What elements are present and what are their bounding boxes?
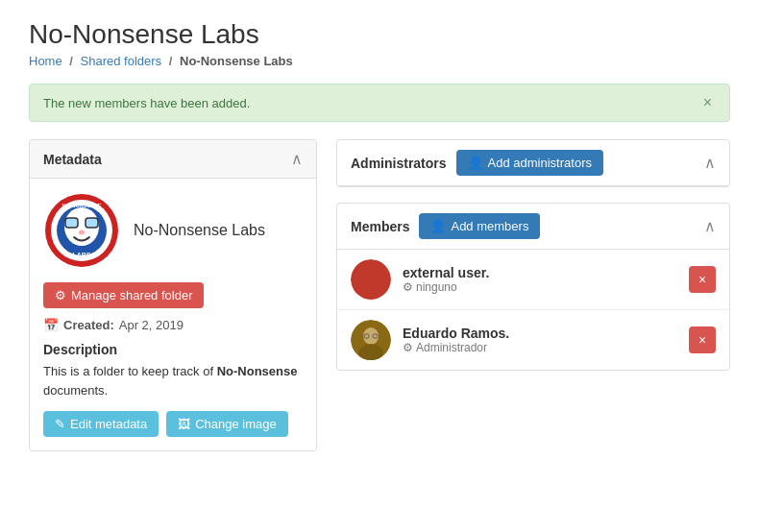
administrators-chevron-icon: ∧ — [704, 154, 716, 172]
manage-shared-folder-button[interactable]: ⚙ Manage shared folder — [43, 282, 204, 308]
edit-metadata-button[interactable]: ✎ Edit metadata — [43, 411, 159, 437]
svg-point-11 — [363, 327, 379, 345]
add-members-label: Add members — [451, 219, 528, 233]
description-text: This is a folder to keep track of No-Non… — [43, 362, 303, 399]
administrators-title: Administrators — [351, 156, 447, 171]
svg-text:LABS: LABS — [72, 252, 90, 258]
administrators-header-left: Administrators 👤 Add administrators — [351, 150, 603, 176]
member-name: external user. — [403, 265, 677, 280]
description-bold: No-Nonsense — [217, 364, 298, 378]
edit-icon: ✎ — [55, 417, 65, 431]
description-before: This is a folder to keep track of — [43, 364, 217, 378]
image-icon: 🖼 — [178, 417, 190, 431]
manage-btn-wrapper: ⚙ Manage shared folder — [43, 282, 303, 308]
add-members-button[interactable]: 👤 Add members — [419, 213, 540, 239]
members-header-left: Members 👤 Add members — [351, 213, 540, 239]
alert-message: The new members have been added. — [43, 96, 250, 110]
avatar — [351, 320, 391, 360]
remove-member-button[interactable]: × — [689, 326, 716, 353]
members-panel: Members 👤 Add members ∧ external user. ⚙ — [336, 203, 730, 371]
folder-logo-area: LABS NO-NONSENSE No-Nonsense Labs — [43, 192, 303, 269]
cog-icon: ⚙ — [403, 341, 413, 354]
remove-member-button[interactable]: × — [689, 266, 716, 293]
folder-logo-image: LABS NO-NONSENSE — [43, 192, 120, 269]
user-plus-icon-members: 👤 — [430, 219, 446, 233]
avatar-solid — [351, 259, 391, 300]
metadata-title: Metadata — [43, 152, 102, 167]
main-layout: Metadata ∧ — [29, 139, 730, 467]
administrators-header: Administrators 👤 Add administrators ∧ — [337, 140, 729, 186]
description-after: documents. — [43, 383, 108, 398]
manage-btn-label: Manage shared folder — [71, 288, 192, 302]
left-panel: Metadata ∧ — [29, 139, 317, 467]
edit-metadata-label: Edit metadata — [70, 417, 147, 431]
administrators-panel: Administrators 👤 Add administrators ∧ — [336, 139, 730, 187]
members-chevron-icon: ∧ — [704, 217, 716, 235]
description-title: Description — [43, 342, 303, 357]
members-header: Members 👤 Add members ∧ — [337, 204, 729, 250]
members-title: Members — [351, 219, 409, 234]
breadcrumb: Home / Shared folders / No-Nonsense Labs — [29, 54, 730, 68]
breadcrumb-shared-folders[interactable]: Shared folders — [81, 54, 162, 68]
add-admins-label: Add administrators — [488, 156, 592, 170]
folder-display-name: No-Nonsense Labs — [134, 222, 265, 239]
breadcrumb-home[interactable]: Home — [29, 54, 62, 68]
role-label: ninguno — [416, 280, 457, 294]
created-label: Created: — [63, 318, 114, 332]
member-row: Eduardo Ramos. ⚙ Administrador × — [337, 310, 729, 370]
member-row: external user. ⚙ ninguno × — [337, 250, 729, 310]
role-label: Administrador — [416, 341, 487, 354]
breadcrumb-sep-2: / — [169, 54, 173, 68]
metadata-panel-header: Metadata ∧ — [30, 140, 316, 179]
calendar-icon: 📅 — [43, 318, 59, 332]
member-info: Eduardo Ramos. ⚙ Administrador — [403, 326, 677, 354]
member-name: Eduardo Ramos. — [403, 326, 677, 341]
metadata-panel: Metadata ∧ — [29, 139, 317, 451]
metadata-panel-body: LABS NO-NONSENSE No-Nonsense Labs ⚙ Mana… — [30, 179, 316, 450]
change-image-button[interactable]: 🖼 Change image — [166, 411, 288, 437]
add-administrators-button[interactable]: 👤 Add administrators — [456, 150, 603, 176]
right-panel: Administrators 👤 Add administrators ∧ Me… — [336, 139, 730, 467]
created-info: 📅 Created: Apr 2, 2019 — [43, 318, 303, 332]
breadcrumb-sep-1: / — [69, 54, 73, 68]
gear-icon: ⚙ — [55, 288, 66, 302]
svg-rect-6 — [86, 218, 98, 228]
change-image-label: Change image — [195, 417, 277, 431]
created-date: Apr 2, 2019 — [119, 318, 184, 332]
member-role: ⚙ Administrador — [403, 341, 677, 354]
user-plus-icon: 👤 — [468, 156, 483, 170]
svg-text:NO-NONSENSE: NO-NONSENSE — [62, 203, 102, 208]
action-buttons: ✎ Edit metadata 🖼 Change image — [43, 411, 303, 437]
member-info: external user. ⚙ ninguno — [403, 265, 677, 294]
svg-rect-5 — [65, 218, 78, 228]
member-role: ⚙ ninguno — [403, 280, 677, 294]
breadcrumb-current: No-Nonsense Labs — [180, 54, 293, 68]
avatar — [351, 259, 391, 300]
success-alert: The new members have been added. × — [29, 84, 730, 122]
cog-icon: ⚙ — [403, 280, 413, 294]
page-title: No-Nonsense Labs — [29, 19, 730, 50]
metadata-chevron-icon: ∧ — [291, 150, 303, 168]
alert-close-button[interactable]: × — [699, 94, 716, 111]
svg-point-7 — [79, 230, 85, 235]
